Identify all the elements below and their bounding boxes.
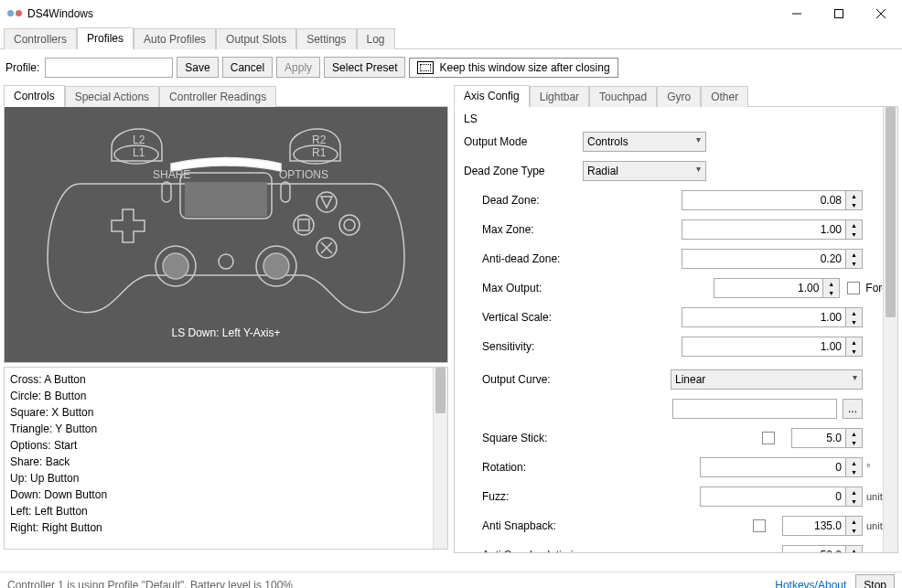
anti-snapback-input[interactable] <box>782 516 846 536</box>
square-stick-spinner[interactable]: ▲▼ <box>846 428 863 448</box>
square-stick-label: Square Stick: <box>482 432 601 444</box>
ls-group-label: LS <box>464 112 894 125</box>
max-zone-input[interactable] <box>682 219 846 240</box>
max-output-input[interactable] <box>714 278 823 298</box>
anti-snapback-timing-spinner[interactable]: ▲▼ <box>846 545 863 553</box>
subtab-controls[interactable]: Controls <box>4 85 65 107</box>
svg-rect-1 <box>835 10 843 18</box>
subtab-lightbar[interactable]: Lightbar <box>530 86 589 107</box>
subtab-touchpad[interactable]: Touchpad <box>589 86 657 107</box>
anti-dead-label: Anti-dead Zone: <box>482 252 601 265</box>
cancel-button[interactable]: Cancel <box>222 57 273 78</box>
tab-settings[interactable]: Settings <box>296 28 356 49</box>
anti-snapback-timing-input[interactable] <box>782 545 846 553</box>
mapping-row[interactable]: Cross: A Button <box>10 371 427 388</box>
svg-text:L2: L2 <box>133 134 145 146</box>
mapping-row[interactable]: Options: Start <box>10 437 427 454</box>
subtab-gyro[interactable]: Gyro <box>657 86 701 107</box>
max-zone-label: Max Zone: <box>482 223 601 236</box>
hotkeys-about-link[interactable]: Hotkeys/About <box>775 579 846 589</box>
vertical-scale-spinner[interactable]: ▲▼ <box>846 307 863 327</box>
mapping-row[interactable]: Triangle: Y Button <box>10 421 427 437</box>
controller-status-text: LS Down: Left Y-Axis+ <box>171 326 280 339</box>
svg-text:OPTIONS: OPTIONS <box>279 168 328 181</box>
svg-text:R1: R1 <box>312 146 327 159</box>
force-checkbox[interactable] <box>847 282 860 294</box>
svg-text:SHARE: SHARE <box>153 168 190 181</box>
svg-rect-19 <box>162 182 171 202</box>
anti-snapback-spinner[interactable]: ▲▼ <box>846 516 863 536</box>
sensitivity-label: Sensitivity: <box>482 340 601 353</box>
svg-point-10 <box>294 215 314 235</box>
rotation-spinner[interactable]: ▲▼ <box>846 457 863 477</box>
svg-rect-7 <box>185 182 267 217</box>
mapping-row[interactable]: Right: Right Button <box>10 519 427 536</box>
mapping-row[interactable]: Up: Up Button <box>10 470 427 486</box>
anti-snapback-checkbox[interactable] <box>753 519 766 532</box>
save-button[interactable]: Save <box>177 57 218 78</box>
select-preset-button[interactable]: Select Preset <box>324 57 405 78</box>
output-mode-select[interactable] <box>583 132 706 152</box>
fuzz-spinner[interactable]: ▲▼ <box>846 486 863 507</box>
axis-config-panel: LS Output Mode Dead Zone Type Dead Zone:… <box>454 107 898 553</box>
apply-button[interactable]: Apply <box>276 57 320 78</box>
curve-browse-button[interactable]: ... <box>843 399 863 419</box>
status-text: Controller 1 is using Profile "Default".… <box>7 579 293 589</box>
svg-point-15 <box>163 253 188 279</box>
mapping-row[interactable]: Share: Back <box>10 454 427 470</box>
dead-zone-type-select[interactable] <box>583 161 706 181</box>
sensitivity-input[interactable] <box>682 337 846 357</box>
max-zone-spinner[interactable]: ▲▼ <box>846 219 863 240</box>
dead-zone-input[interactable] <box>682 190 846 210</box>
vertical-scale-input[interactable] <box>682 307 846 327</box>
anti-dead-spinner[interactable]: ▲▼ <box>846 249 863 269</box>
dead-zone-label: Dead Zone: <box>482 194 601 207</box>
fuzz-label: Fuzz: <box>482 490 601 503</box>
max-output-spinner[interactable]: ▲▼ <box>823 278 840 298</box>
minimize-button[interactable] <box>776 0 818 27</box>
subtab-special-actions[interactable]: Special Actions <box>65 86 159 107</box>
app-title: DS4Windows <box>27 7 776 20</box>
keep-window-size-button[interactable]: Keep this window size after closing <box>409 58 617 78</box>
mapping-row[interactable]: Down: Down Button <box>10 486 427 503</box>
stop-button[interactable]: Stop <box>855 574 895 588</box>
profile-name-input[interactable] <box>45 58 173 78</box>
output-mode-label: Output Mode <box>464 135 583 148</box>
dead-zone-spinner[interactable]: ▲▼ <box>846 190 863 210</box>
controller-diagram[interactable]: L2R2 L1R1 SHAREOPTIONS <box>25 111 427 321</box>
mapping-row[interactable]: Square: X Button <box>10 404 427 421</box>
left-column: Controls Special Actions Controller Read… <box>4 85 448 572</box>
maximize-button[interactable] <box>818 0 860 27</box>
tab-controllers[interactable]: Controllers <box>4 28 77 49</box>
profile-toolbar: Profile: Save Cancel Apply Select Preset… <box>0 49 902 85</box>
subtab-other[interactable]: Other <box>701 86 748 107</box>
sensitivity-spinner[interactable]: ▲▼ <box>846 337 863 357</box>
fuzz-input[interactable] <box>700 486 846 507</box>
subtab-controller-readings[interactable]: Controller Readings <box>159 86 276 107</box>
svg-point-18 <box>219 254 233 269</box>
mappings-list[interactable]: Cross: A Button Circle: B Button Square:… <box>5 368 433 549</box>
mapping-row[interactable]: Left: Left Button <box>10 503 427 519</box>
svg-rect-20 <box>281 182 290 202</box>
svg-point-17 <box>263 253 289 279</box>
custom-curve-input[interactable] <box>672 399 837 419</box>
square-stick-input[interactable] <box>791 428 846 448</box>
anti-dead-input[interactable] <box>682 249 846 269</box>
mapping-row[interactable]: Circle: B Button <box>10 388 427 404</box>
rotation-input[interactable] <box>700 457 846 477</box>
right-panel-scrollbar[interactable] <box>883 107 897 552</box>
tab-profiles[interactable]: Profiles <box>77 27 134 49</box>
subtab-axis-config[interactable]: Axis Config <box>454 85 530 107</box>
tab-output-slots[interactable]: Output Slots <box>216 28 296 49</box>
svg-point-12 <box>344 219 355 230</box>
anti-snapback-label: Anti Snapback: <box>482 519 601 532</box>
tab-auto-profiles[interactable]: Auto Profiles <box>134 28 216 49</box>
status-bar: Controller 1 is using Profile "Default".… <box>0 572 902 588</box>
mappings-scrollbar[interactable] <box>433 368 447 549</box>
close-button[interactable] <box>860 0 902 27</box>
tab-log[interactable]: Log <box>357 28 395 49</box>
output-curve-select[interactable] <box>671 369 863 390</box>
svg-text:R2: R2 <box>312 134 327 146</box>
main-tabstrip: Controllers Profiles Auto Profiles Outpu… <box>0 27 902 49</box>
square-stick-checkbox[interactable] <box>762 432 775 444</box>
